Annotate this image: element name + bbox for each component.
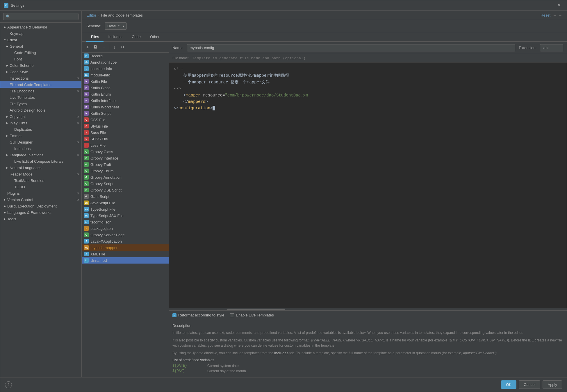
file-item-kotlin-class[interactable]: K Kotlin Class — [82, 85, 169, 91]
file-item-unnamed[interactable]: U Unnamed — [82, 257, 169, 264]
horizontal-scrollbar[interactable] — [169, 308, 567, 310]
sidebar-item-gui-designer[interactable]: GUI Designer ⚙ — [0, 139, 81, 145]
arrow-icon — [5, 114, 10, 119]
file-item-kotlin-script[interactable]: K Kotlin Script — [82, 110, 169, 117]
name-input[interactable] — [187, 44, 515, 51]
file-item-groovy-server[interactable]: G Groovy Server Page — [82, 232, 169, 238]
file-item-label: SCSS File — [90, 137, 108, 141]
file-item-groovy-interface[interactable]: G Groovy Interface — [82, 155, 169, 161]
file-item-annotation[interactable]: @ AnnotationType — [82, 59, 169, 65]
sidebar-item-live-edit[interactable]: Live Edit of Compose Literals — [0, 158, 81, 164]
sidebar-item-copyright[interactable]: Copyright ⚙ — [0, 113, 81, 120]
cancel-button[interactable]: Cancel — [519, 380, 540, 389]
sidebar-item-code-editing[interactable]: Code Editing — [0, 49, 81, 56]
sidebar-item-natural-languages[interactable]: Natural Languages — [0, 164, 81, 171]
sidebar-item-inspections[interactable]: Inspections ⚙ — [0, 75, 81, 81]
file-item-tsconfig[interactable]: ts tsconfig.json — [82, 219, 169, 225]
file-item-module-info[interactable]: m module-info — [82, 72, 169, 78]
tab-files[interactable]: Files — [86, 32, 104, 42]
remove-template-button[interactable]: − — [100, 44, 107, 51]
sidebar-item-appearance[interactable]: Appearance & Behavior — [0, 24, 81, 30]
sidebar-item-font[interactable]: Font — [0, 56, 81, 62]
ok-button[interactable]: OK — [501, 380, 516, 389]
tab-code[interactable]: Code — [127, 32, 145, 42]
reformat-checkbox[interactable]: Reformat according to style — [172, 313, 224, 317]
file-item-typescript-jsx[interactable]: TS TypeScript JSX File — [82, 212, 169, 219]
file-item-kotlin-enum[interactable]: K Kotlin Enum — [82, 91, 169, 97]
file-item-stylus[interactable]: S Stylus File — [82, 123, 169, 129]
arrow-icon — [3, 210, 7, 215]
copy-template-button[interactable] — [92, 44, 99, 51]
live-templates-checkbox[interactable]: Enable Live Templates — [230, 313, 274, 317]
file-item-scss[interactable]: S SCSS File — [82, 136, 169, 142]
apply-button[interactable]: Apply — [543, 380, 562, 389]
close-button[interactable]: ✕ — [555, 1, 563, 9]
file-item-groovy-trait[interactable]: G Groovy Trait — [82, 161, 169, 168]
help-button[interactable]: ? — [5, 381, 12, 388]
tab-other[interactable]: Other — [145, 32, 164, 42]
file-item-xml[interactable]: X XML File — [82, 251, 169, 257]
reset-button[interactable]: Reset — [541, 13, 550, 17]
reset-template-button[interactable]: ↺ — [119, 44, 126, 51]
forward-button[interactable]: → — [558, 13, 562, 17]
filename-input[interactable] — [192, 56, 544, 60]
file-item-sass[interactable]: S Sass File — [82, 129, 169, 136]
breadcrumb-parent[interactable]: Editor — [86, 13, 96, 17]
var-desc: Current system date — [207, 364, 239, 368]
sidebar-item-textmate[interactable]: TextMate Bundles — [0, 177, 81, 184]
extension-input[interactable] — [540, 44, 563, 51]
sidebar-item-keymap[interactable]: Keymap — [0, 30, 81, 37]
file-item-gant[interactable]: G Gant Script — [82, 193, 169, 200]
sidebar-item-live-templates[interactable]: Live Templates — [0, 94, 81, 101]
file-item-kotlin-interface[interactable]: K Kotlin Interface — [82, 97, 169, 104]
sidebar-item-file-encodings[interactable]: File Encodings ⚙ — [0, 88, 81, 94]
file-item-javascript[interactable]: JS JavaScript File — [82, 200, 169, 206]
file-item-groovy-dsl[interactable]: G Groovy DSL Script — [82, 187, 169, 193]
sidebar-label: Android Design Tools — [10, 108, 45, 112]
file-item-groovy-annotation[interactable]: G Groovy Annotation — [82, 174, 169, 180]
file-item-kotlin-file[interactable]: K Kotlin File — [82, 78, 169, 85]
sidebar-item-plugins[interactable]: Plugins ⚙ — [0, 190, 81, 196]
back-button[interactable]: ← — [553, 13, 557, 17]
sidebar-item-editor[interactable]: Editor — [0, 37, 81, 43]
file-item-mybatis-mapper[interactable]: my mybatis-mapper — [82, 244, 169, 251]
sidebar-item-inlay-hints[interactable]: Inlay Hints ⚙ — [0, 120, 81, 126]
sidebar-item-todo[interactable]: TODO — [0, 184, 81, 190]
window-title: Settings — [11, 3, 555, 8]
sidebar-item-general[interactable]: General — [0, 43, 81, 49]
file-item-groovy-class[interactable]: G Groovy Class — [82, 148, 169, 155]
sidebar-item-android-design[interactable]: Android Design Tools — [0, 107, 81, 113]
sidebar-item-build[interactable]: Build, Execution, Deployment — [0, 203, 81, 209]
sidebar-item-duplicates[interactable]: Duplicates — [0, 126, 81, 133]
sidebar-item-code-style[interactable]: Code Style — [0, 69, 81, 75]
file-item-typescript[interactable]: TS TypeScript File — [82, 206, 169, 212]
file-item-groovy-enum[interactable]: G Groovy Enum — [82, 168, 169, 174]
sidebar-item-languages[interactable]: Languages & Frameworks — [0, 209, 81, 216]
sidebar-item-color-scheme[interactable]: Color Scheme — [0, 62, 81, 69]
sidebar-item-intentions[interactable]: Intentions — [0, 145, 81, 152]
breadcrumb-nav: ← → — [553, 13, 562, 17]
move-down-button[interactable]: ↓ — [111, 44, 118, 51]
arrow-icon — [5, 63, 10, 68]
file-item-package-json[interactable]: p package.json — [82, 225, 169, 232]
arrow-icon — [5, 121, 10, 125]
file-item-javafx[interactable]: J JavaFXApplication — [82, 238, 169, 244]
sidebar-item-version-control[interactable]: Version Control ⚙ — [0, 196, 81, 203]
add-template-button[interactable]: + — [84, 44, 91, 51]
search-input[interactable] — [3, 13, 79, 20]
sidebar-item-emmet[interactable]: Emmet — [0, 133, 81, 139]
file-item-css[interactable]: C CSS File — [82, 117, 169, 123]
code-editor[interactable]: <!-- 使用mapper标签的resource属性指定mapper文件的路径 … — [169, 62, 567, 308]
tab-includes[interactable]: Includes — [104, 32, 127, 42]
sidebar-item-tools[interactable]: Tools — [0, 216, 81, 222]
file-item-groovy-script[interactable]: G Groovy Script — [82, 180, 169, 187]
sidebar-item-reader-mode[interactable]: Reader Mode ⚙ — [0, 171, 81, 177]
file-item-record[interactable]: R Record — [82, 53, 169, 59]
sidebar-item-file-templates[interactable]: File and Code Templates — [0, 81, 81, 88]
sidebar-item-file-types[interactable]: File Types — [0, 101, 81, 107]
sidebar-item-language-injections[interactable]: Language Injections ⚙ — [0, 152, 81, 158]
file-item-less[interactable]: L Less File — [82, 142, 169, 148]
scheme-select[interactable]: Default Project — [105, 22, 127, 30]
file-item-package-info[interactable]: p package-info — [82, 65, 169, 72]
file-item-kotlin-worksheet[interactable]: K Kotlin Worksheet — [82, 104, 169, 110]
